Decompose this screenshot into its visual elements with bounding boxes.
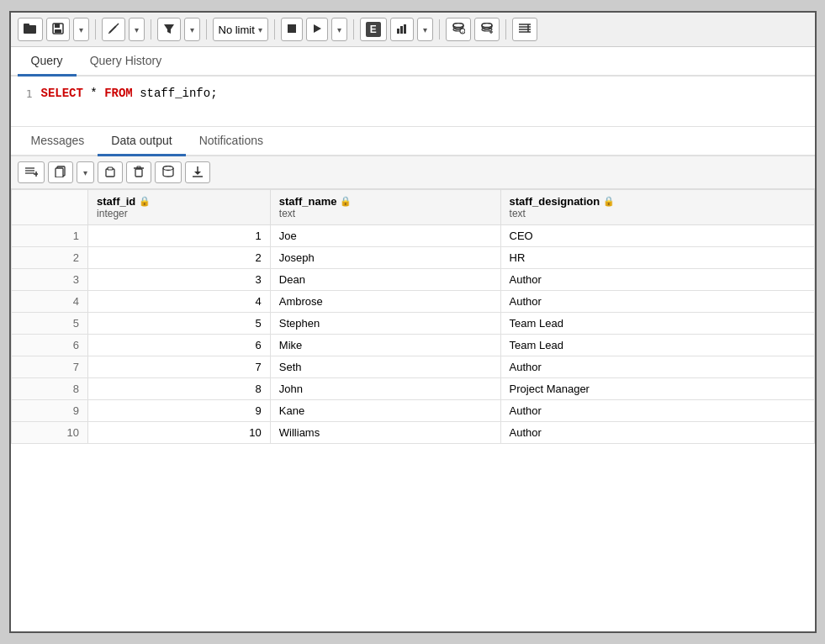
copy-dropdown[interactable]: ▾	[77, 161, 94, 183]
table-row[interactable]: 11JoeCEO	[11, 225, 814, 247]
filter-rows-button[interactable]	[155, 161, 182, 183]
query-tab-bar: Query Query History	[11, 47, 815, 77]
staff-designation-header[interactable]: staff_designation 🔒 text	[500, 190, 814, 225]
separator3	[206, 19, 207, 40]
edit-button[interactable]	[102, 18, 125, 41]
main-window: ▾ ▾ ▾ No limit ▾	[9, 11, 817, 633]
add-row-button[interactable]	[18, 161, 45, 183]
table-row[interactable]: 88JohnProject Manager	[11, 378, 814, 400]
row-number: 10	[11, 422, 88, 444]
staff-name-cell: John	[270, 378, 500, 400]
staff-name-col-type: text	[279, 208, 492, 219]
save-dropdown[interactable]: ▾	[73, 18, 89, 41]
chart-dropdown[interactable]: ▾	[417, 18, 433, 41]
pen-icon	[108, 23, 119, 37]
row-number: 8	[11, 378, 88, 400]
svg-rect-3	[55, 24, 60, 28]
tab-data-output[interactable]: Data output	[98, 127, 185, 156]
row-number: 7	[11, 356, 88, 378]
paste-button[interactable]	[98, 161, 123, 183]
delete-icon	[133, 166, 145, 180]
svg-marker-8	[164, 24, 174, 34]
svg-point-39	[163, 166, 173, 170]
save-button[interactable]	[46, 18, 70, 41]
staff-designation-cell: Author	[500, 269, 814, 291]
staff-name-cell: Kane	[270, 400, 500, 422]
stop-button[interactable]	[281, 18, 303, 41]
filter-button[interactable]	[157, 18, 181, 41]
separator5	[353, 19, 354, 40]
chart-icon	[396, 23, 408, 37]
sql-star: *	[90, 87, 104, 100]
svg-rect-33	[56, 168, 63, 177]
db-filter-icon	[161, 166, 175, 180]
staff-id-cell: 9	[88, 400, 271, 422]
staff-id-header[interactable]: staff_id 🔒 integer	[88, 190, 271, 225]
lock-icon-2: 🔒	[340, 196, 352, 207]
limit-chevron-icon: ▾	[258, 25, 262, 34]
play-icon	[312, 24, 322, 36]
staff-id-cell: 2	[88, 247, 271, 269]
staff-designation-cell: Project Manager	[500, 378, 814, 400]
row-number: 9	[11, 400, 88, 422]
svg-marker-10	[314, 24, 321, 33]
svg-line-7	[108, 33, 109, 34]
delete-button[interactable]	[126, 161, 151, 183]
download-button[interactable]	[185, 161, 210, 183]
db-button2[interactable]	[474, 18, 500, 41]
chart-button[interactable]	[390, 18, 414, 41]
staff-id-cell: 5	[88, 313, 271, 335]
db-connect-icon: ✓	[452, 23, 465, 37]
edit-dropdown[interactable]: ▾	[129, 18, 145, 41]
staff-name-cell: Joe	[270, 225, 500, 247]
staff-id-cell: 7	[88, 356, 271, 378]
row-num-header	[11, 190, 88, 225]
open-folder-button[interactable]	[18, 18, 43, 41]
run-dropdown[interactable]: ▾	[331, 18, 347, 41]
tab-messages[interactable]: Messages	[18, 127, 98, 156]
copy-icon	[55, 166, 66, 180]
row-number: 2	[11, 247, 88, 269]
table-row[interactable]: 22JosephHR	[11, 247, 814, 269]
table-row[interactable]: 33DeanAuthor	[11, 269, 814, 291]
svg-line-6	[116, 24, 119, 26]
limit-dropdown[interactable]: No limit ▾	[213, 18, 268, 41]
staff-name-cell: Williams	[270, 422, 500, 444]
tab-query-history[interactable]: Query History	[77, 47, 176, 77]
copy-button[interactable]	[48, 161, 73, 183]
chevron-down-icon3: ▾	[190, 25, 194, 34]
explain-button[interactable]: E	[360, 18, 387, 41]
sql-code[interactable]: SELECT * FROM staff_info;	[41, 87, 218, 116]
table-row[interactable]: 55StephenTeam Lead	[11, 313, 814, 335]
run-button[interactable]	[306, 18, 328, 41]
download-icon	[192, 166, 204, 180]
filter-dropdown[interactable]: ▾	[184, 18, 200, 41]
staff-id-cell: 6	[88, 335, 271, 356]
staff-name-header[interactable]: staff_name 🔒 text	[270, 190, 500, 225]
tab-notifications[interactable]: Notifications	[186, 127, 277, 156]
row-number: 6	[11, 335, 88, 356]
menu-button[interactable]	[512, 18, 537, 41]
staff-designation-cell: Team Lead	[500, 335, 814, 356]
table-row[interactable]: 77SethAuthor	[11, 356, 814, 378]
data-table: staff_id 🔒 integer staff_name 🔒 text	[11, 189, 815, 444]
chevron-down-icon5: ▾	[423, 25, 427, 34]
staff-id-col-name: staff_id	[97, 195, 135, 208]
table-row[interactable]: 44AmbroseAuthor	[11, 291, 814, 313]
svg-rect-9	[288, 24, 296, 33]
hamburger-icon	[518, 23, 531, 37]
staff-designation-cell: Author	[500, 422, 814, 444]
staff-designation-cell: Author	[500, 356, 814, 378]
table-row[interactable]: 1010WilliamsAuthor	[11, 422, 814, 444]
table-row[interactable]: 99KaneAuthor	[11, 400, 814, 422]
tab-query[interactable]: Query	[18, 47, 77, 77]
table-row[interactable]: 66MikeTeam Lead	[11, 335, 814, 356]
filter-icon	[163, 23, 175, 37]
line-number: 1	[18, 87, 33, 116]
staff-designation-col-name: staff_designation	[510, 195, 600, 208]
staff-designation-cell: CEO	[500, 225, 814, 247]
separator4	[274, 19, 275, 40]
svg-point-18	[482, 23, 492, 27]
svg-rect-13	[404, 24, 406, 34]
db-connect-button[interactable]: ✓	[446, 18, 471, 41]
